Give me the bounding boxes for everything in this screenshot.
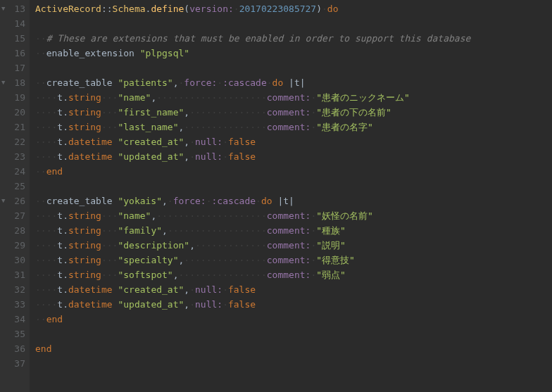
line-number[interactable]: 30 [0,253,25,267]
code-line: ··# These are extensions that must be en… [35,31,552,46]
line-number[interactable]: 37 [0,356,25,371]
code-line: ··create_table "patients",·force:·:casca… [35,75,552,90]
token-string: "updated_at" [118,299,184,310]
token-string: "患者の下の名前" [316,107,391,118]
code-line: ····t.datetime "created_at",·null:·false [35,282,552,297]
token-keyword: do [261,196,272,206]
code-line: ····t.string···"last_name",·············… [35,120,552,134]
token-key: comment: [267,255,311,265]
code-line: ····t.datetime "created_at",·null:·false [35,134,552,149]
token-type: string [68,255,101,265]
token-string: "plpgsql" [140,48,189,58]
line-number[interactable]: 22 [0,134,25,149]
token-string: "created_at" [118,284,184,295]
line-number[interactable]: 21 [0,120,25,134]
token-type: datetime [68,151,113,162]
token-key: comment: [267,122,311,132]
code-line: ····t.string···"description",···········… [35,238,552,253]
code-line [35,16,552,31]
token-method: create_table [46,196,113,206]
token-param: t [283,196,289,206]
token-keyword: end [46,314,63,324]
token-method: define [151,4,184,14]
line-number[interactable]: 27 [0,208,25,223]
token-string: "弱点" [316,270,346,280]
token-type: string [68,107,101,118]
token-string: "created_at" [118,137,184,147]
fold-icon[interactable]: ▼ [1,75,5,90]
token-string: "name" [118,210,151,221]
token-sep: :: [101,4,113,14]
token-method: enable_extension [46,48,134,58]
code-line: ····t.datetime "updated_at",·null:·false [35,149,552,164]
code-line: ActiveRecord::Schema.define(version:·201… [35,1,552,16]
code-line: ··create_table "yokais",·force:·:cascade… [35,194,552,208]
line-number[interactable]: 34 [0,312,25,327]
whitespace-dots: · [234,4,239,14]
token-string: "specialty" [118,255,178,265]
token-type: string [68,92,101,103]
line-number[interactable]: 35 [0,327,25,341]
token-string: "説明" [316,240,346,251]
token-keyword: do [272,77,284,88]
line-number[interactable]: 29 [0,238,25,253]
token-string: "患者のニックネーム" [316,92,410,103]
token-type: datetime [68,284,113,295]
line-number[interactable]: 15 [0,31,25,46]
code-line [35,179,552,194]
line-number[interactable]: 23 [0,149,25,164]
fold-icon[interactable]: ▼ [1,194,5,208]
code-line: ····t.string···"family",················… [35,223,552,238]
line-number[interactable]: 18▼ [0,75,25,90]
token-string: "first_name" [118,107,184,118]
line-number[interactable]: 31 [0,267,25,282]
token-const: ActiveRecord [35,4,101,14]
token-type: string [68,240,101,251]
code-line: ····t.datetime "updated_at",·null:·false [35,297,552,312]
token-bool: false [228,137,256,147]
code-line [35,327,552,341]
token-type: string [68,225,101,236]
line-number-gutter: 13▼1415161718▼1920212223242526▼272829303… [0,0,30,392]
token-type: datetime [68,137,113,147]
line-number[interactable]: 26▼ [0,194,25,208]
fold-icon[interactable]: ▼ [1,1,5,16]
token-string: "yokais" [118,196,162,206]
token-string: "得意技" [316,255,355,265]
token-key: comment: [267,210,311,221]
code-editor[interactable]: ActiveRecord::Schema.define(version:·201… [30,0,552,392]
line-number[interactable]: 13▼ [0,1,25,16]
token-keyword: end [46,166,63,177]
token-key: null: [195,137,222,147]
line-number[interactable]: 33 [0,297,25,312]
code-line: ··end [35,164,552,179]
token-method: create_table [46,77,113,88]
token-string: "description" [118,240,189,251]
token-symbol: :cascade [211,196,256,206]
line-number[interactable]: 19 [0,90,25,105]
token-key: comment: [267,240,311,251]
token-string: "種族" [316,225,346,236]
token-schema: Schema [113,4,146,14]
code-line: ····t.string···"first_name",············… [35,105,552,120]
line-number[interactable]: 24 [0,164,25,179]
code-line: ····t.string···"name",··················… [35,90,552,105]
token-key: null: [195,151,222,162]
line-number[interactable]: 17 [0,61,25,75]
token-key: force: [184,77,217,88]
line-number[interactable]: 32 [0,282,25,297]
token-string: "patients" [118,77,172,88]
line-number[interactable]: 36 [0,341,25,356]
line-number[interactable]: 14 [0,16,25,31]
token-type: datetime [68,299,113,310]
token-key: comment: [267,270,311,280]
line-number[interactable]: 28 [0,223,25,238]
line-number[interactable]: 16 [0,46,25,61]
line-number[interactable]: 25 [0,179,25,194]
line-number[interactable]: 20 [0,105,25,120]
token-bool: false [228,151,256,162]
token-comment: # These are extensions that must be enab… [46,33,471,44]
token-string: "患者の名字" [316,122,373,132]
token-bool: false [228,299,256,310]
token-type: string [68,270,101,280]
